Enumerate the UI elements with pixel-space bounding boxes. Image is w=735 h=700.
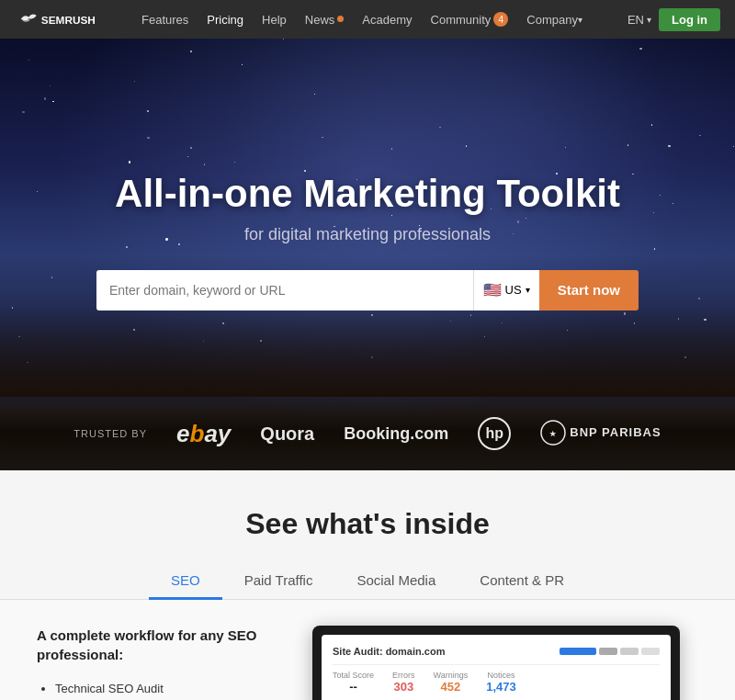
country-code: US (505, 283, 522, 297)
navbar: SEMRUSH Features Pricing Help News Acade… (0, 0, 735, 39)
country-selector[interactable]: 🇺🇸 US ▾ (473, 270, 539, 310)
seo-heading: A complete workflow for any SEO professi… (37, 626, 276, 664)
audit-stats: Total Score -- Errors 303 Warnings 452 (333, 671, 660, 694)
stat-errors: Errors 303 (392, 671, 415, 694)
features-section: See what's inside SEO Paid Traffic Socia… (0, 470, 735, 700)
booking-logo: Booking.com (344, 424, 448, 444)
stat-notices: Notices 1,473 (486, 671, 516, 694)
news-dot (337, 16, 344, 22)
stat-warnings: Warnings 452 (434, 671, 469, 694)
login-button[interactable]: Log in (659, 8, 720, 31)
quora-logo: Quora (260, 423, 314, 445)
hero-mountains (0, 305, 735, 397)
nav-academy[interactable]: Academy (353, 0, 421, 39)
progress-bar-blue (560, 648, 596, 655)
nav-help[interactable]: Help (253, 0, 296, 39)
device-screen: Site Audit: domain.com Total Score -- (322, 635, 671, 700)
tab-content-pr[interactable]: Content & PR (458, 563, 586, 600)
svg-text:★: ★ (549, 430, 557, 438)
progress-indicators (560, 648, 660, 655)
hero-title: All-in-one Marketing Toolkit (96, 172, 639, 216)
svg-text:SEMRUSH: SEMRUSH (41, 14, 96, 27)
tab-seo[interactable]: SEO (149, 563, 222, 600)
nav-features[interactable]: Features (132, 0, 198, 39)
bnp-logo: ★ BNP PARIBAS (540, 420, 661, 448)
chevron-down-icon: ▾ (578, 15, 582, 25)
trusted-label: TRUSTED BY (74, 428, 147, 439)
language-selector[interactable]: EN ▾ (628, 13, 651, 27)
search-bar: 🇺🇸 US ▾ Start now (96, 270, 639, 310)
device-header: Site Audit: domain.com (333, 646, 660, 657)
hp-logo: hp (478, 417, 511, 450)
tab-content: A complete workflow for any SEO professi… (0, 600, 735, 700)
hero-content: All-in-one Marketing Toolkit for digital… (96, 172, 639, 310)
progress-bar-gray3 (641, 648, 660, 655)
seo-features-list: Technical SEO Audit Semantic core collec… (37, 677, 276, 700)
progress-bar-gray1 (599, 648, 617, 655)
trusted-by-bar: TRUSTED BY ebay Quora Booking.com hp ★ B… (0, 397, 735, 470)
nav-news[interactable]: News (296, 0, 354, 39)
tabs-bar: SEO Paid Traffic Social Media Content & … (0, 563, 735, 600)
section-title: See what's inside (0, 507, 735, 541)
chevron-down-icon: ▾ (647, 15, 651, 25)
nav-company[interactable]: Company ▾ (517, 0, 592, 39)
tab-social-media[interactable]: Social Media (334, 563, 458, 600)
seo-description: A complete workflow for any SEO professi… (37, 626, 276, 700)
device-mockup: Site Audit: domain.com Total Score -- (312, 626, 680, 700)
flag-icon: 🇺🇸 (483, 281, 502, 299)
nav-pricing[interactable]: Pricing (198, 0, 253, 39)
start-button[interactable]: Start now (539, 270, 639, 310)
search-input[interactable] (96, 270, 473, 310)
nav-links: Features Pricing Help News Academy Commu… (132, 0, 628, 39)
progress-bar-gray2 (620, 648, 639, 655)
logo[interactable]: SEMRUSH (15, 6, 116, 32)
site-audit-title: Site Audit: domain.com (333, 646, 445, 657)
stat-total-score: Total Score -- (333, 671, 374, 694)
tab-paid-traffic[interactable]: Paid Traffic (222, 563, 335, 600)
nav-right: EN ▾ Log in (628, 8, 720, 31)
list-item: Technical SEO Audit (55, 677, 276, 700)
hero-section: All-in-one Marketing Toolkit for digital… (0, 39, 735, 470)
chevron-down-icon: ▾ (526, 285, 530, 295)
divider (333, 664, 660, 665)
hero-subtitle: for digital marketing professionals (96, 225, 639, 244)
ebay-logo: ebay (176, 420, 231, 448)
device-mockup-container: Site Audit: domain.com Total Score -- (276, 626, 698, 700)
community-badge: 4 (493, 12, 508, 27)
nav-community[interactable]: Community4 (422, 0, 518, 39)
